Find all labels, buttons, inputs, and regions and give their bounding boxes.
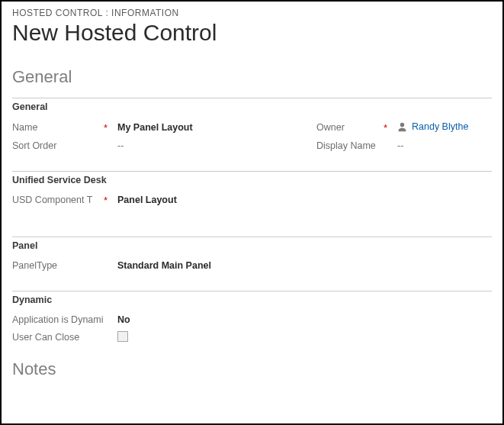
section-general-title: General: [12, 67, 492, 87]
usercanclose-label: User Can Close: [12, 332, 104, 343]
owner-required: *: [384, 122, 397, 134]
owner-label: Owner: [316, 122, 384, 133]
displayname-field[interactable]: --: [397, 140, 492, 151]
appisdynamic-field[interactable]: No: [117, 314, 492, 325]
subsection-usd-header: Unified Service Desk: [12, 172, 492, 185]
breadcrumb: HOSTED CONTROL : INFORMATION: [12, 8, 492, 18]
subsection-dynamic-header: Dynamic: [12, 291, 492, 305]
paneltype-label: PanelType: [12, 260, 104, 271]
componenttype-label: USD Component T: [12, 195, 104, 205]
appisdynamic-label: Application is Dynami: [12, 314, 104, 325]
paneltype-field[interactable]: Standard Main Panel: [117, 260, 492, 271]
owner-field[interactable]: Randy Blythe: [397, 121, 468, 132]
section-notes-title: Notes: [12, 359, 492, 379]
subsection-dynamic: Dynamic Application is Dynami No User Ca…: [12, 291, 492, 344]
subsection-usd: Unified Service Desk USD Component T * P…: [12, 171, 492, 206]
subsection-general-header: General: [12, 98, 492, 112]
componenttype-field[interactable]: Panel Layout: [117, 195, 492, 205]
name-label: Name: [12, 122, 104, 133]
componenttype-required: *: [104, 195, 117, 206]
subsection-panel-header: Panel: [12, 237, 492, 251]
sortorder-label: Sort Order: [12, 140, 104, 151]
person-icon: [397, 122, 407, 132]
owner-link[interactable]: Randy Blythe: [412, 121, 468, 132]
name-required: *: [104, 122, 117, 134]
sortorder-field[interactable]: --: [117, 140, 309, 151]
usercanclose-checkbox[interactable]: [117, 331, 128, 342]
subsection-general: General Name * My Panel Layout Owner * R…: [12, 98, 492, 151]
subsection-panel: Panel PanelType Standard Main Panel: [12, 237, 492, 271]
page-title: New Hosted Control: [12, 20, 492, 46]
displayname-label: Display Name: [316, 140, 384, 151]
name-field[interactable]: My Panel Layout: [117, 122, 309, 133]
